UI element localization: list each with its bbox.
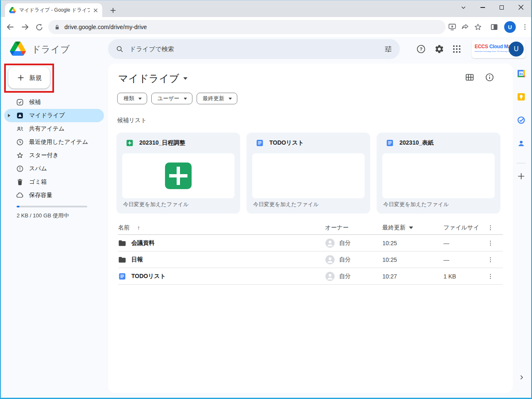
sidebar-item-shared[interactable]: 共有アイテム bbox=[4, 122, 104, 135]
table-row[interactable]: TODOリスト 自分 10:27 1 KB bbox=[118, 268, 503, 285]
side-panel-rail: 31 bbox=[511, 61, 531, 398]
row-menu-icon[interactable] bbox=[487, 273, 494, 280]
star-icon bbox=[16, 151, 24, 160]
drive-logo bbox=[10, 42, 26, 56]
eccs-brand-subtitle: Information Technology Center, The Unive… bbox=[475, 50, 513, 52]
sort-descending-icon bbox=[409, 227, 413, 229]
svg-text:?: ? bbox=[420, 47, 423, 52]
reload-icon[interactable] bbox=[35, 23, 44, 32]
row-menu-icon[interactable] bbox=[487, 240, 494, 246]
grid-view-icon[interactable] bbox=[465, 72, 475, 82]
get-add-ons-icon[interactable] bbox=[517, 172, 526, 181]
file-table-header: 名前↑ オーナー 最終更新 ファイルサイ bbox=[118, 221, 503, 235]
eccs-brand: ECCS Cloud Mail bbox=[475, 44, 513, 49]
side-panel-icon[interactable] bbox=[490, 22, 499, 32]
tab-title: マイドライブ - Google ドライブ bbox=[19, 7, 90, 14]
expand-arrow-icon[interactable] bbox=[8, 114, 10, 117]
suggestion-card[interactable]: TODOリスト 今日変更を加えたファイル bbox=[246, 133, 370, 214]
share-icon[interactable] bbox=[461, 22, 470, 32]
tab-search-icon[interactable] bbox=[454, 0, 473, 14]
sidebar-item-storage[interactable]: 保存容量 bbox=[4, 189, 104, 202]
tab-strip: マイドライブ - Google ドライブ bbox=[1, 0, 531, 17]
sidebar-item-spam[interactable]: スパム bbox=[4, 162, 104, 175]
suggestion-card[interactable]: 202310_日程調整 今日変更を加えたファイル bbox=[116, 133, 240, 214]
header-modified[interactable]: 最終更新 bbox=[382, 224, 413, 232]
info-icon[interactable] bbox=[485, 72, 495, 82]
google-keep-icon[interactable] bbox=[517, 92, 526, 101]
docs-icon bbox=[386, 139, 394, 147]
header-menu-icon[interactable] bbox=[487, 224, 494, 231]
owner-avatar-icon bbox=[325, 255, 335, 265]
cloud-icon bbox=[16, 191, 24, 200]
storage-progress-bar bbox=[17, 206, 87, 207]
help-icon[interactable]: ? bbox=[416, 44, 426, 54]
filter-chip-type[interactable]: 種類 bbox=[117, 93, 147, 104]
tab-close-icon[interactable] bbox=[93, 8, 98, 13]
file-table: 名前↑ オーナー 最終更新 ファイルサイ 会議資料 自分 10:25 bbox=[118, 221, 503, 285]
drive-wordmark: ドライブ bbox=[32, 43, 70, 56]
filter-chip-modified[interactable]: 最終更新 bbox=[197, 93, 237, 104]
header-owner[interactable]: オーナー bbox=[325, 224, 349, 232]
sidebar-item-trash[interactable]: ゴミ箱 bbox=[4, 175, 104, 189]
forward-icon[interactable] bbox=[20, 22, 30, 32]
folder-icon bbox=[118, 256, 126, 264]
window-minimize-button[interactable] bbox=[473, 0, 492, 14]
window-close-button[interactable] bbox=[511, 0, 530, 14]
address-bar[interactable]: drive.google.com/drive/my-drive bbox=[48, 20, 446, 34]
card-caption: 今日変更を加えたファイル bbox=[253, 201, 319, 208]
page-title[interactable]: マイドライブ bbox=[118, 72, 179, 85]
sidebar-item-my-drive[interactable]: マイドライブ bbox=[4, 109, 104, 122]
search-icon bbox=[116, 45, 124, 53]
account-avatar[interactable]: U bbox=[509, 42, 524, 57]
card-caption: 今日変更を加えたファイル bbox=[123, 201, 189, 208]
browser-profile-avatar[interactable]: U bbox=[504, 21, 516, 33]
annotation-highlight-box bbox=[4, 64, 54, 93]
people-icon bbox=[16, 125, 24, 133]
bookmark-star-icon[interactable] bbox=[473, 22, 483, 32]
settings-gear-icon[interactable] bbox=[434, 44, 444, 54]
file-preview bbox=[382, 153, 495, 198]
header-name[interactable]: 名前↑ bbox=[118, 224, 140, 232]
show-side-panel-icon[interactable] bbox=[518, 374, 525, 381]
storage-progress-fill bbox=[17, 206, 20, 207]
google-tasks-icon[interactable] bbox=[517, 116, 526, 125]
sort-ascending-icon: ↑ bbox=[137, 224, 140, 231]
browser-menu-icon[interactable] bbox=[521, 23, 529, 31]
storage-usage-text: 2 KB / 100 GB 使用中 bbox=[17, 212, 69, 219]
google-contacts-icon[interactable] bbox=[517, 139, 526, 148]
chevron-down-icon bbox=[229, 98, 232, 100]
chevron-down-icon bbox=[138, 98, 142, 100]
clock-icon bbox=[16, 138, 24, 146]
window-maximize-button[interactable] bbox=[492, 0, 511, 14]
title-dropdown-icon[interactable] bbox=[183, 77, 187, 80]
browser-tab[interactable]: マイドライブ - Google ドライブ bbox=[5, 3, 102, 17]
sidebar-item-starred[interactable]: スター付き bbox=[4, 149, 104, 162]
docs-icon bbox=[256, 139, 264, 147]
suggestions-label: 候補リスト bbox=[117, 117, 147, 124]
svg-text:31: 31 bbox=[520, 72, 523, 76]
table-row[interactable]: 会議資料 自分 10:25 — bbox=[118, 235, 503, 251]
approval-icon bbox=[16, 98, 24, 106]
new-tab-button[interactable] bbox=[108, 5, 118, 15]
suggestion-card[interactable]: 202310_表紙 今日変更を加えたファイル bbox=[377, 133, 500, 214]
google-calendar-icon[interactable]: 31 bbox=[517, 69, 526, 78]
header-size[interactable]: ファイルサイ bbox=[443, 224, 479, 232]
rail-divider bbox=[517, 163, 526, 163]
main-content: マイドライブ 種類 ユーザー 最終更新 候補リスト bbox=[108, 64, 513, 393]
filter-chip-people[interactable]: ユーザー bbox=[151, 93, 192, 104]
owner-avatar-icon bbox=[325, 271, 335, 281]
google-apps-grid-icon[interactable] bbox=[452, 44, 462, 54]
row-menu-icon[interactable] bbox=[487, 256, 494, 263]
lock-icon[interactable] bbox=[54, 24, 60, 30]
browser-window: マイドライブ - Google ドライブ bbox=[0, 0, 532, 399]
account-badge[interactable]: ECCS Cloud Mail Information Technology C… bbox=[472, 40, 525, 58]
sidebar-item-suggested[interactable]: 候補 bbox=[4, 96, 104, 109]
drive-search-bar[interactable]: ドライブで検索 bbox=[108, 39, 400, 59]
drive-app: ドライブ ドライブで検索 ? ECCS Cloud Mail Informati… bbox=[1, 37, 531, 398]
install-icon[interactable] bbox=[448, 22, 457, 32]
sidebar-item-recent[interactable]: 最近使用したアイテム bbox=[4, 135, 104, 149]
back-icon[interactable] bbox=[6, 22, 15, 32]
table-row[interactable]: 日報 自分 10:25 — bbox=[118, 251, 503, 268]
search-options-icon[interactable] bbox=[384, 45, 392, 53]
drive-favicon bbox=[9, 7, 16, 13]
